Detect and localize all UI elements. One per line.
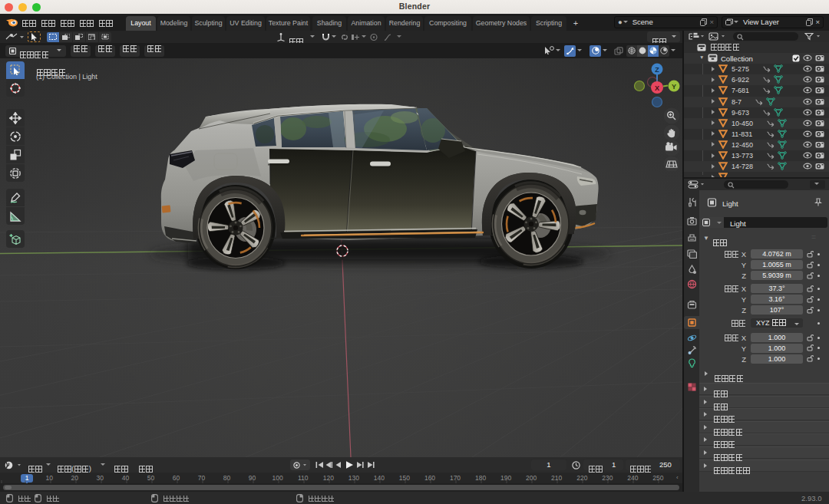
svg-text:Y: Y [672, 83, 676, 91]
svg-text:X: X [655, 84, 659, 92]
svg-text:Z: Z [655, 66, 659, 74]
